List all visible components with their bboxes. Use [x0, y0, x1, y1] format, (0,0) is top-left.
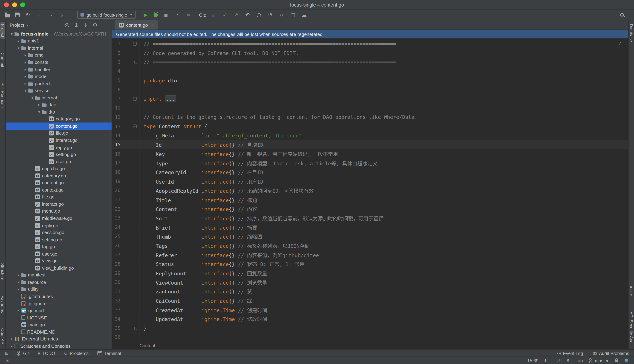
tree-item-setting-go[interactable]: setting.go: [6, 236, 112, 243]
chevron-closed-icon[interactable]: ▸: [9, 344, 14, 348]
minimize-window-button[interactable]: [12, 2, 17, 7]
sync-remote-icon[interactable]: ☁: [301, 12, 308, 18]
code-line-14[interactable]: 14 g.Meta `orm:"table:gf_content, dto:tr…: [112, 131, 628, 140]
project-scrollbar[interactable]: [110, 31, 110, 346]
tree-item-apiv1[interactable]: ▸apiv1: [6, 38, 112, 44]
locate-icon[interactable]: ◎: [65, 22, 70, 28]
tree-item-packed[interactable]: ▸packed: [6, 80, 112, 87]
tab-content-go[interactable]: content.go ×: [115, 20, 158, 30]
chevron-open-icon[interactable]: ▾: [36, 110, 42, 114]
search-icon[interactable]: [620, 13, 624, 17]
debug-icon[interactable]: [154, 13, 158, 17]
tree-item-internal[interactable]: ▾internal: [6, 94, 112, 101]
tree-item-go-mod[interactable]: ▸go.mod: [6, 307, 112, 314]
chevron-down-icon[interactable]: ▾: [26, 23, 28, 27]
tree-item-tag-go[interactable]: tag.go: [6, 243, 112, 250]
git-toolwindow-button[interactable]: Git: [18, 350, 29, 356]
tree-item-view-go[interactable]: view.go: [6, 257, 112, 264]
tree-item-internal[interactable]: ▾internal: [6, 44, 112, 52]
code-line-5[interactable]: 5package dto: [112, 76, 628, 85]
tree-item-utility[interactable]: ▸utility: [6, 286, 112, 293]
chevron-open-icon[interactable]: ▾: [9, 32, 14, 36]
chevron-closed-icon[interactable]: ▸: [16, 280, 22, 284]
inspection-ok-icon[interactable]: ✓: [618, 41, 622, 46]
tool-stripe-openapi[interactable]: OpenAPI: [0, 327, 5, 347]
tree-item-model[interactable]: ▸model: [6, 73, 112, 80]
run-with-coverage-icon[interactable]: ◙: [162, 12, 169, 18]
close-tab-icon[interactable]: ×: [151, 22, 154, 27]
code-line-21[interactable]: 21 Title interface{} // 标题: [112, 195, 628, 204]
code-line-24[interactable]: 24 Brief interface{} // 摘要: [112, 223, 628, 232]
code-line-27[interactable]: 27 Referer interface{} // 内容来源，例如github/…: [112, 250, 628, 259]
tree-item-view-buildin-go[interactable]: view_buildin.go: [6, 264, 112, 272]
tool-windows-button[interactable]: ⊞: [5, 350, 8, 356]
code-line-18[interactable]: 18 CategoryId interface{} // 栏目ID: [112, 168, 628, 177]
forward-icon[interactable]: →: [47, 12, 54, 18]
chevron-closed-icon[interactable]: ▸: [23, 60, 28, 64]
event-log-button[interactable]: ◷Event Log: [557, 350, 583, 356]
save-all-icon[interactable]: [15, 12, 20, 17]
code-line-36[interactable]: 36: [112, 333, 628, 342]
tree-item-dao[interactable]: ▸dao: [6, 101, 112, 108]
settings-icon[interactable]: ⚙: [92, 22, 97, 28]
tree-item-content-go[interactable]: content.go: [6, 122, 112, 130]
back-icon[interactable]: ←: [36, 12, 42, 18]
code-line-19[interactable]: 19 UserId interface{} // 用户ID: [112, 177, 628, 186]
tree-item-license[interactable]: LICENSE: [6, 314, 112, 321]
hide-icon[interactable]: −: [102, 22, 107, 28]
tree-item-cmd[interactable]: ▸cmd: [6, 52, 112, 59]
code-line-12[interactable]: 12// Content is the golang structure of …: [112, 113, 628, 122]
terminal-button[interactable]: Terminal: [98, 350, 121, 356]
tool-stripe-favorites[interactable]: Favorites: [0, 294, 5, 315]
code-line-16[interactable]: 16 Key interface{} // 唯一键名，用于程序硬编码，一般不常用: [112, 149, 628, 158]
close-window-button[interactable]: [4, 2, 9, 7]
update-project-icon[interactable]: ↙: [210, 12, 217, 18]
chevron-open-icon[interactable]: ▾: [23, 88, 28, 93]
tree-item-category-go[interactable]: category.go: [6, 172, 112, 179]
code-line-28[interactable]: 28 Status interface{} // 状态 0: 正常, 1: 禁用: [112, 259, 628, 268]
code-line-1[interactable]: 1−// ===================================…: [112, 39, 628, 48]
tool-stripe-make[interactable]: make: [629, 284, 634, 298]
chevron-open-icon[interactable]: ▾: [16, 46, 22, 50]
lock-icon[interactable]: [615, 360, 618, 362]
recent-locations-icon[interactable]: ↧: [58, 12, 65, 18]
line-ending[interactable]: LF: [545, 358, 550, 363]
tree-item-readme-md[interactable]: README.MD: [6, 328, 112, 335]
run-configuration-select[interactable]: go build focus-single ▼: [77, 11, 136, 18]
chevron-open-icon[interactable]: ▾: [30, 96, 35, 100]
tree-item-content-go[interactable]: content.go: [6, 179, 112, 186]
tool-stripe-commit[interactable]: Commit: [0, 51, 5, 69]
code-line-7[interactable]: 7+import ...: [112, 94, 628, 104]
fold-marker-icon[interactable]: −: [133, 124, 137, 128]
commit-icon[interactable]: ✓: [222, 12, 228, 18]
todo-button[interactable]: ≡TODO: [38, 350, 55, 356]
code-editor[interactable]: ✓ 1−// =================================…: [112, 38, 628, 342]
git-branch-widget[interactable]: master: [589, 358, 608, 363]
code-line-30[interactable]: 30 ViewCount interface{} // 浏览数量: [112, 278, 628, 287]
open-file-icon[interactable]: [5, 14, 10, 17]
code-line-31[interactable]: 31 ZanCount interface{} // 赞: [112, 287, 628, 296]
fold-marker-icon[interactable]: −: [133, 42, 137, 46]
tree-item-dto[interactable]: ▾dto: [6, 108, 112, 116]
expand-all-icon[interactable]: ↥: [74, 22, 79, 28]
tree-item-context-go[interactable]: context.go: [6, 186, 112, 194]
code-line-17[interactable]: 17 Type interface{} // 内容模型: topic, ask,…: [112, 158, 628, 168]
tree-item-handler[interactable]: ▸handler: [6, 66, 112, 73]
chevron-closed-icon[interactable]: ▸: [9, 337, 14, 341]
tree-item-menu-go[interactable]: menu.go: [6, 208, 112, 215]
chevron-closed-icon[interactable]: ▸: [36, 103, 42, 107]
tool-window-switcher-icon[interactable]: ⊡: [6, 358, 10, 363]
notifications-icon[interactable]: [624, 358, 628, 362]
tree-item-setting-go[interactable]: setting.go: [6, 151, 112, 158]
tree-item-scratches-and-consoles[interactable]: ▸Scratches and Consoles: [6, 342, 112, 349]
code-line-20[interactable]: 20 AdoptedReplyId interface{} // 采纳的回复ID…: [112, 186, 628, 195]
code-line-32[interactable]: 32 CaiCount interface{} // 踩: [112, 296, 628, 305]
tree-item-service[interactable]: ▾service: [6, 87, 112, 94]
chevron-closed-icon[interactable]: ▸: [23, 74, 28, 78]
chevron-closed-icon[interactable]: ▸: [23, 53, 28, 57]
code-line-26[interactable]: 26 Tags interface{} // 标签名称列表，以JSON存储: [112, 241, 628, 250]
code-line-33[interactable]: 33 CreatedAt *gtime.Time // 创建时间: [112, 305, 628, 314]
tool-stripe-pull-requests[interactable]: Pull Requests: [0, 81, 5, 110]
tool-stripe-api-security-audit[interactable]: API Security Audit: [629, 310, 634, 347]
code-line-23[interactable]: 23 Sort interface{} // 排序，数值越低越靠前，默认为添加时…: [112, 214, 628, 223]
